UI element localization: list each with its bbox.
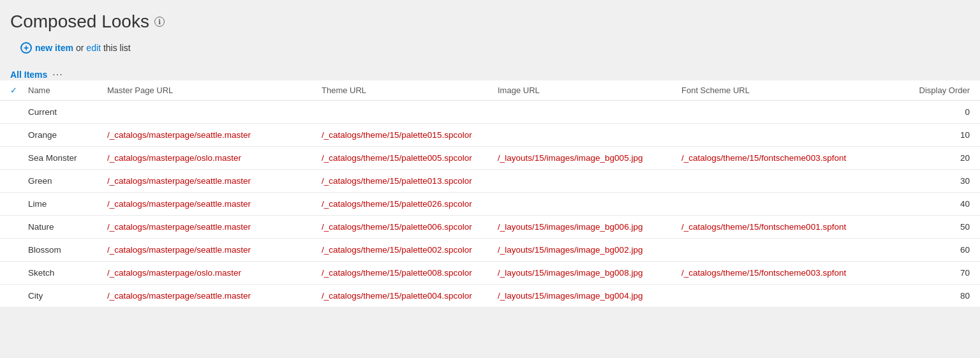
row-check[interactable] xyxy=(0,285,23,308)
row-name[interactable]: Nature xyxy=(23,216,107,239)
row-image[interactable] xyxy=(498,193,681,216)
row-master[interactable]: /_catalogs/masterpage/oslo.master xyxy=(107,147,322,170)
table-header-row: ✓ Name Master Page URL Theme URL Image U… xyxy=(0,80,980,101)
row-master[interactable]: /_catalogs/masterpage/seattle.master xyxy=(107,239,322,262)
row-image[interactable] xyxy=(498,170,681,193)
row-name[interactable]: Lime xyxy=(23,193,107,216)
items-table: ✓ Name Master Page URL Theme URL Image U… xyxy=(0,80,980,308)
row-theme[interactable]: /_catalogs/theme/15/palette004.spcolor xyxy=(322,285,498,308)
edit-link[interactable]: edit xyxy=(86,43,101,53)
all-items-view[interactable]: All Items xyxy=(10,70,47,80)
row-font[interactable]: /_catalogs/theme/15/fontscheme001.spfont xyxy=(681,216,903,239)
row-theme[interactable] xyxy=(322,101,498,124)
new-item-label: new item xyxy=(35,43,73,53)
row-order: 20 xyxy=(903,147,980,170)
col-order-header: Display Order xyxy=(903,80,980,101)
row-master[interactable] xyxy=(107,101,322,124)
col-check: ✓ xyxy=(0,80,23,101)
row-order: 60 xyxy=(903,239,980,262)
row-font[interactable] xyxy=(681,101,903,124)
table-row: Sketch/_catalogs/masterpage/oslo.master/… xyxy=(0,262,980,285)
row-image[interactable]: /_layouts/15/images/image_bg004.jpg xyxy=(498,285,681,308)
list-area: ✓ Name Master Page URL Theme URL Image U… xyxy=(0,80,980,308)
row-theme[interactable]: /_catalogs/theme/15/palette008.spcolor xyxy=(322,262,498,285)
header-area: Composed Looks ℹ + new item or edit this… xyxy=(0,0,980,65)
row-font[interactable] xyxy=(681,124,903,147)
or-text: or xyxy=(76,43,84,53)
row-order: 80 xyxy=(903,285,980,308)
view-row: All Items ··· xyxy=(0,65,980,80)
table-row: Current0 xyxy=(0,101,980,124)
row-master[interactable]: /_catalogs/masterpage/seattle.master xyxy=(107,285,322,308)
row-master[interactable]: /_catalogs/masterpage/oslo.master xyxy=(107,262,322,285)
view-ellipsis-button[interactable]: ··· xyxy=(52,69,63,80)
row-font[interactable] xyxy=(681,193,903,216)
table-row: Lime/_catalogs/masterpage/seattle.master… xyxy=(0,193,980,216)
row-font[interactable]: /_catalogs/theme/15/fontscheme003.spfont xyxy=(681,262,903,285)
row-check[interactable] xyxy=(0,147,23,170)
row-name[interactable]: Orange xyxy=(23,124,107,147)
row-order: 50 xyxy=(903,216,980,239)
row-theme[interactable]: /_catalogs/theme/15/palette026.spcolor xyxy=(322,193,498,216)
row-theme[interactable]: /_catalogs/theme/15/palette015.spcolor xyxy=(322,124,498,147)
row-check[interactable] xyxy=(0,216,23,239)
row-name[interactable]: Sketch xyxy=(23,262,107,285)
row-order: 40 xyxy=(903,193,980,216)
row-order: 70 xyxy=(903,262,980,285)
row-theme[interactable]: /_catalogs/theme/15/palette002.spcolor xyxy=(322,239,498,262)
row-check[interactable] xyxy=(0,262,23,285)
table-row: Nature/_catalogs/masterpage/seattle.mast… xyxy=(0,216,980,239)
row-image[interactable] xyxy=(498,101,681,124)
row-name[interactable]: Green xyxy=(23,170,107,193)
row-master[interactable]: /_catalogs/masterpage/seattle.master xyxy=(107,216,322,239)
table-row: Green/_catalogs/masterpage/seattle.maste… xyxy=(0,170,980,193)
row-order: 0 xyxy=(903,101,980,124)
row-theme[interactable]: /_catalogs/theme/15/palette005.spcolor xyxy=(322,147,498,170)
row-theme[interactable]: /_catalogs/theme/15/palette006.spcolor xyxy=(322,216,498,239)
col-name-header: Name xyxy=(23,80,107,101)
row-master[interactable]: /_catalogs/masterpage/seattle.master xyxy=(107,124,322,147)
row-check[interactable] xyxy=(0,124,23,147)
table-row: Blossom/_catalogs/masterpage/seattle.mas… xyxy=(0,239,980,262)
toolbar-row: + new item or edit this list xyxy=(10,42,970,54)
row-check[interactable] xyxy=(0,101,23,124)
col-image-header: Image URL xyxy=(498,80,681,101)
row-name[interactable]: Sea Monster xyxy=(23,147,107,170)
row-theme[interactable]: /_catalogs/theme/15/palette013.spcolor xyxy=(322,170,498,193)
check-header-icon: ✓ xyxy=(10,86,17,95)
row-check[interactable] xyxy=(0,170,23,193)
page-title: Composed Looks xyxy=(10,11,149,32)
row-name[interactable]: Blossom xyxy=(23,239,107,262)
row-image[interactable]: /_layouts/15/images/image_bg008.jpg xyxy=(498,262,681,285)
page-container: Composed Looks ℹ + new item or edit this… xyxy=(0,0,980,358)
plus-circle-icon: + xyxy=(20,42,32,54)
row-order: 30 xyxy=(903,170,980,193)
col-theme-header: Theme URL xyxy=(322,80,498,101)
row-image[interactable]: /_layouts/15/images/image_bg006.jpg xyxy=(498,216,681,239)
row-font[interactable]: /_catalogs/theme/15/fontscheme003.spfont xyxy=(681,147,903,170)
page-title-row: Composed Looks ℹ xyxy=(10,11,970,32)
col-font-header: Font Scheme URL xyxy=(681,80,903,101)
table-row: Sea Monster/_catalogs/masterpage/oslo.ma… xyxy=(0,147,980,170)
row-check[interactable] xyxy=(0,193,23,216)
row-master[interactable]: /_catalogs/masterpage/seattle.master xyxy=(107,193,322,216)
row-font[interactable] xyxy=(681,239,903,262)
info-icon[interactable]: ℹ xyxy=(154,17,165,27)
row-image[interactable]: /_layouts/15/images/image_bg005.jpg xyxy=(498,147,681,170)
row-name[interactable]: Current xyxy=(23,101,107,124)
row-image[interactable] xyxy=(498,124,681,147)
row-order: 10 xyxy=(903,124,980,147)
row-name[interactable]: City xyxy=(23,285,107,308)
col-master-header: Master Page URL xyxy=(107,80,322,101)
new-item-button[interactable]: + new item xyxy=(20,42,73,54)
row-font[interactable] xyxy=(681,285,903,308)
row-check[interactable] xyxy=(0,239,23,262)
row-font[interactable] xyxy=(681,170,903,193)
this-list-text: this list xyxy=(103,43,131,53)
table-body: Current0Orange/_catalogs/masterpage/seat… xyxy=(0,101,980,308)
row-image[interactable]: /_layouts/15/images/image_bg002.jpg xyxy=(498,239,681,262)
row-master[interactable]: /_catalogs/masterpage/seattle.master xyxy=(107,170,322,193)
table-row: City/_catalogs/masterpage/seattle.master… xyxy=(0,285,980,308)
table-row: Orange/_catalogs/masterpage/seattle.mast… xyxy=(0,124,980,147)
